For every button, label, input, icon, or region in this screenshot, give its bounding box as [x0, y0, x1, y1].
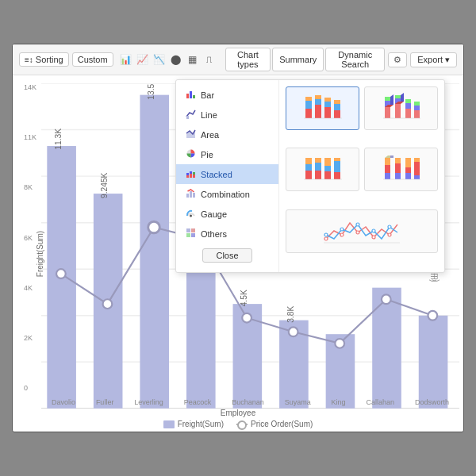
svg-rect-40 [324, 107, 331, 118]
settings-button[interactable]: ⚙ [388, 52, 407, 67]
toolbar: ≡↕ Sorting Custom 📊 📈 📉 ⬤ ▦ ⎍ Chart type… [13, 44, 463, 75]
legend-bar-label: Freight(Sum) [178, 420, 224, 428]
svg-rect-16 [193, 95, 195, 98]
svg-rect-25 [193, 172, 195, 175]
svg-point-97 [324, 233, 328, 236]
svg-rect-45 [334, 100, 340, 104]
main-window: ≡↕ Sorting Custom 📊 📈 📉 ⬤ ▦ ⎍ Chart type… [12, 44, 464, 432]
thumb-stacked-3d[interactable] [364, 86, 438, 130]
thumb-stacked-1[interactable] [286, 86, 359, 130]
export-label: Export [417, 55, 443, 64]
svg-rect-22 [190, 174, 192, 178]
svg-rect-66 [305, 171, 312, 179]
chart-type-others[interactable]: Others [176, 224, 278, 244]
svg-point-93 [340, 233, 344, 236]
svg-rect-61 [414, 106, 420, 110]
dot-6 [289, 327, 298, 336]
svg-marker-81 [390, 155, 393, 158]
chart-type-stacked[interactable]: Stacked [176, 164, 278, 184]
svg-rect-59 [405, 99, 411, 103]
chart-type-area[interactable]: Area [176, 125, 278, 144]
combo-chart-icon[interactable]: ⎍ [203, 53, 216, 66]
svg-rect-35 [305, 101, 312, 109]
svg-point-101 [388, 225, 391, 228]
area-type-icon [186, 129, 196, 140]
svg-rect-87 [405, 167, 411, 173]
sorting-label: Sorting [36, 55, 63, 64]
svg-rect-89 [414, 158, 420, 162]
svg-rect-28 [193, 193, 195, 198]
svg-rect-67 [315, 158, 321, 163]
svg-rect-38 [315, 99, 321, 105]
thumb-3d-percent-stacked[interactable] [364, 148, 438, 191]
chart-thumbnails [279, 80, 444, 272]
svg-rect-73 [334, 158, 340, 161]
svg-rect-60 [414, 110, 420, 118]
y-axis-labels: 0 2K 4K 6K 8K 11K 14K [24, 83, 36, 392]
dot-9 [428, 311, 437, 321]
area-chart-icon[interactable]: 📉 [153, 53, 166, 66]
close-button[interactable]: Close [202, 248, 251, 263]
svg-rect-69 [315, 171, 321, 179]
svg-rect-83 [395, 158, 401, 163]
svg-rect-33 [191, 233, 195, 237]
svg-rect-75 [334, 172, 340, 179]
custom-button[interactable]: Custom [72, 52, 113, 67]
chart-type-combination[interactable]: Combination [176, 184, 278, 204]
line-type-icon [186, 109, 196, 121]
svg-text:13.5K: 13.5K [147, 83, 155, 100]
svg-point-96 [388, 233, 391, 236]
svg-point-94 [356, 231, 359, 234]
chart-type-line[interactable]: Line [176, 105, 278, 125]
svg-rect-23 [190, 171, 192, 174]
thumb-line-wave[interactable] [286, 209, 438, 253]
export-button[interactable]: Export ▾ [410, 52, 457, 67]
svg-rect-41 [324, 102, 331, 107]
svg-rect-17 [186, 116, 189, 119]
close-row: Close [176, 244, 278, 267]
sorting-button[interactable]: ≡↕ Sorting [19, 52, 69, 67]
svg-rect-15 [190, 91, 192, 98]
main-content: Freight(Sum) 0 2K 4K 6K 8K 11K 14K [13, 75, 463, 432]
dot-1 [56, 269, 66, 278]
dot-2 [103, 299, 113, 309]
tab-chart-types[interactable]: Chart types [225, 48, 271, 71]
pie-chart-icon[interactable]: ⬤ [170, 53, 182, 66]
chart-type-gauge[interactable]: Gauge [176, 204, 278, 224]
x-axis-title: Employee [13, 409, 463, 417]
svg-point-99 [356, 223, 359, 226]
svg-rect-68 [315, 163, 321, 171]
bar-callahan[interactable] [372, 288, 401, 409]
tab-dynamic-search[interactable]: Dynamic Search [325, 48, 385, 71]
chart-type-bar[interactable]: Bar [176, 85, 278, 105]
bar2-chart-icon[interactable]: ▦ [186, 53, 199, 66]
line-chart-icon[interactable]: 📈 [136, 53, 149, 66]
chart-type-pie[interactable]: Pie [176, 144, 278, 164]
tab-summary[interactable]: Summary [272, 48, 324, 71]
svg-rect-21 [186, 173, 189, 175]
svg-rect-62 [414, 102, 420, 106]
stacked-type-icon [186, 168, 196, 180]
thumb-percent-stacked[interactable] [286, 148, 359, 191]
svg-rect-54 [395, 95, 401, 98]
svg-text:11.3K: 11.3K [54, 129, 63, 150]
bar-chart-icon[interactable]: 📊 [120, 53, 132, 66]
custom-label: Custom [78, 55, 108, 64]
bar-leverling[interactable] [140, 95, 169, 409]
bar-dodsworth[interactable] [419, 316, 448, 409]
svg-rect-27 [190, 191, 192, 198]
legend-line-icon [236, 424, 248, 425]
svg-rect-70 [324, 158, 331, 166]
chart-icon-group: 📊 📈 📉 ⬤ ▦ ⎍ [117, 53, 219, 66]
legend-line: Price Order(Sum) [236, 420, 313, 428]
svg-rect-30 [186, 228, 190, 232]
svg-rect-52 [395, 104, 401, 118]
svg-point-95 [372, 236, 375, 239]
svg-rect-26 [186, 194, 189, 198]
svg-rect-36 [305, 97, 312, 101]
svg-rect-42 [324, 98, 331, 102]
others-type-icon [186, 228, 196, 240]
svg-text:4.5K: 4.5K [240, 290, 248, 306]
svg-rect-32 [186, 233, 190, 237]
svg-rect-86 [405, 158, 411, 167]
